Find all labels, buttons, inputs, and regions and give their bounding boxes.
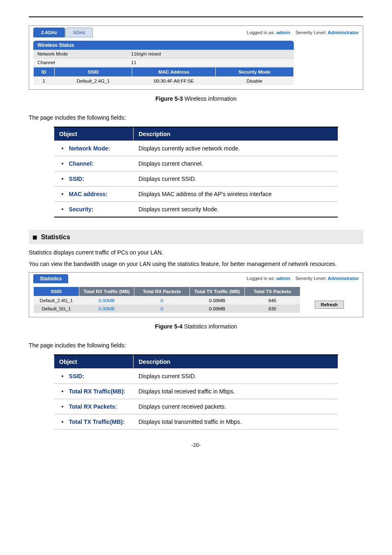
- desc2-h-desc: Description: [134, 355, 338, 369]
- intro-text-1: The page includes the following fields:: [29, 114, 363, 121]
- severity-label: Severity Level:: [295, 30, 326, 35]
- severity-value: Administrator: [328, 30, 359, 35]
- statistics-heading-text: Statistics: [41, 234, 70, 240]
- stats-col-txp: Total TX Packets: [245, 287, 300, 296]
- desc2-r1-obj: Total RX Traffic(MB):: [54, 384, 134, 399]
- figure-5-4-text: Statistics information: [182, 323, 237, 330]
- stats-r1-rxmb: 0.00MB: [79, 305, 134, 313]
- desc1-r3-desc: Displays MAC address of the AP's wireles…: [134, 187, 338, 202]
- statistics-table: SSID Total RX Traffic (MB) Total RX Pack…: [33, 287, 359, 313]
- stats-r1-ssid: Default_5G_1: [34, 305, 79, 313]
- row-security: Disable: [215, 77, 293, 86]
- intro-text-2: The page includes the following fields:: [29, 342, 363, 349]
- wireless-status-header: Wireless Status: [33, 41, 294, 50]
- col-id: ID: [34, 67, 55, 77]
- logged-in-label-2: Logged in as:: [247, 276, 275, 281]
- desc2-h-object: Object: [54, 355, 134, 369]
- stats-r1-txmb: 0.08MB: [189, 305, 244, 313]
- stats-col-rxp: Total RX Packets: [134, 287, 189, 296]
- row-ssid: Default_2.4G_1: [54, 77, 132, 86]
- login-info: Logged in as: admin Severity Level: Admi…: [247, 30, 359, 35]
- stats-para-1: Statistics displays current traffic of P…: [29, 249, 363, 256]
- row-mac: 00:30:4F:A8:FF:5E: [132, 77, 215, 86]
- band-tabs: 2.4GHz 5GHz: [33, 28, 93, 37]
- figure-5-4-caption: Figure 5-4 Statistics information: [29, 323, 363, 330]
- col-ssid: SSID: [54, 67, 132, 77]
- desc1-r0-obj: Network Mode:: [54, 141, 134, 156]
- wireless-status-panel: 2.4GHz 5GHz Logged in as: admin Severity…: [29, 25, 363, 90]
- desc1-r4-desc: Displays current security Mode.: [134, 202, 338, 217]
- page-top-rule: [29, 16, 363, 17]
- statistics-section-header: Statistics: [33, 274, 68, 283]
- stats-r0-txp: 845: [245, 296, 300, 305]
- stats-r0-rxp: 0: [134, 296, 189, 305]
- logged-in-user-2: admin: [276, 276, 290, 281]
- statistics-fields-table: Object Description SSID:Displays current…: [54, 354, 338, 430]
- logged-in-label: Logged in as:: [247, 30, 275, 35]
- desc1-r3-obj: MAC address:: [54, 187, 134, 202]
- figure-5-3-label: Figure 5-3: [155, 95, 183, 102]
- tab-5ghz[interactable]: 5GHz: [65, 28, 93, 37]
- desc2-r2-desc: Displays current received packets.: [134, 399, 338, 414]
- stats-r0-rxmb: 0.00MB: [79, 296, 134, 305]
- col-mac: MAC Address: [132, 67, 215, 77]
- bullet-square-icon: ■: [33, 233, 37, 241]
- channel-value: 11: [127, 58, 294, 67]
- desc1-h-object: Object: [54, 127, 134, 141]
- figure-5-3-text: Wireless information: [183, 95, 237, 102]
- figure-5-4-label: Figure 5-4: [155, 323, 182, 330]
- stats-r0-txmb: 0.08MB: [189, 296, 244, 305]
- desc2-r0-desc: Displays current SSID.: [134, 369, 338, 384]
- network-mode-label: Network Mode: [33, 50, 127, 58]
- wireless-ssid-table: ID SSID MAC Address Security Mode 1 Defa…: [33, 67, 294, 85]
- channel-label: Channel: [33, 58, 127, 67]
- network-mode-value: 11b/g/n mixed: [127, 50, 294, 58]
- stats-r0-ssid: Default_2.4G_1: [34, 296, 79, 305]
- desc1-r1-desc: Displays current channel.: [134, 156, 338, 171]
- page-number: -20-: [29, 442, 363, 448]
- login-info-2: Logged in as: admin Severity Level: Admi…: [247, 276, 359, 281]
- severity-value-2: Administrator: [328, 276, 359, 281]
- stats-col-txmb: Total TX Traffic (MB): [189, 287, 244, 296]
- desc1-r1-obj: Channel:: [54, 156, 134, 171]
- desc1-r0-desc: Displays currently active network mode.: [134, 141, 338, 156]
- stats-r1-txp: 835: [245, 305, 300, 313]
- desc2-r3-obj: Total TX Traffic(MB):: [54, 414, 134, 430]
- desc1-h-desc: Description: [134, 127, 338, 141]
- row-id: 1: [34, 77, 55, 86]
- tab-2-4ghz[interactable]: 2.4GHz: [33, 28, 65, 37]
- wireless-fields-table: Object Description Network Mode:Displays…: [54, 127, 338, 217]
- wireless-info-table: Network Mode 11b/g/n mixed Channel 11: [33, 50, 294, 67]
- statistics-panel: Statistics Logged in as: admin Severity …: [29, 272, 363, 317]
- stats-r1-rxp: 0: [134, 305, 189, 313]
- severity-label-2: Severity Level:: [295, 276, 326, 281]
- figure-5-3-caption: Figure 5-3 Wireless information: [29, 95, 363, 102]
- stats-para-2: You can view the bandwidth usage on your…: [29, 261, 363, 267]
- stats-col-rxmb: Total RX Traffic (MB): [79, 287, 134, 296]
- col-security: Security Mode: [215, 67, 293, 77]
- stats-col-ssid: SSID: [34, 287, 79, 296]
- desc1-r2-desc: Displays current SSID.: [134, 171, 338, 187]
- desc2-r0-obj: SSID:: [54, 369, 134, 384]
- statistics-heading: ■Statistics: [29, 230, 363, 244]
- refresh-button[interactable]: Refresh: [315, 301, 344, 309]
- desc1-r2-obj: SSID:: [54, 171, 134, 187]
- desc2-r3-desc: Displays total transmitted traffic in Mb…: [134, 414, 338, 430]
- desc2-r2-obj: Total RX Packets:: [54, 399, 134, 414]
- desc2-r1-desc: Displays total received traffic in Mbps.: [134, 384, 338, 399]
- logged-in-user: admin: [276, 30, 290, 35]
- desc1-r4-obj: Security:: [54, 202, 134, 217]
